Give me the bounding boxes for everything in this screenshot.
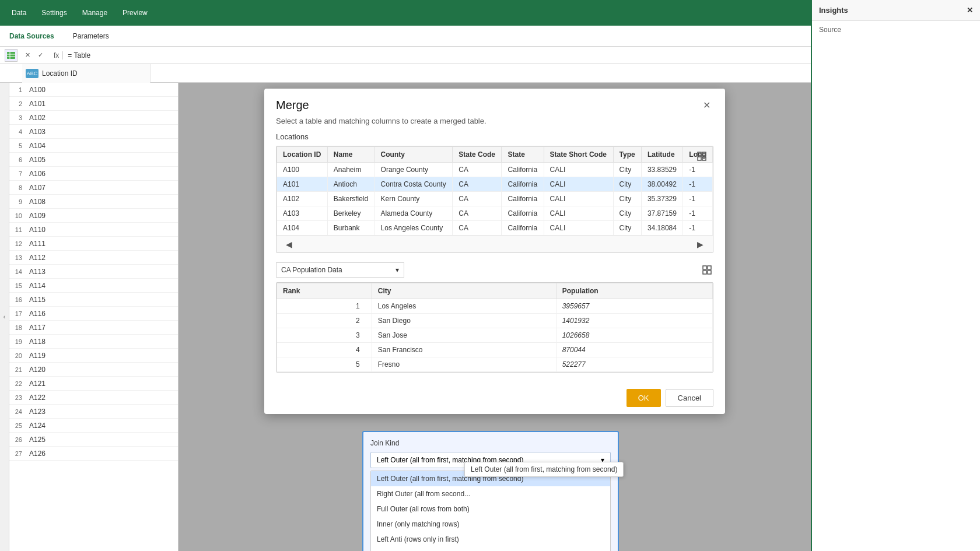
row-number: 14: [9, 268, 27, 275]
cancel-button[interactable]: Cancel: [666, 389, 713, 407]
grid-row[interactable]: 15A114: [9, 279, 178, 293]
table-row[interactable]: A104BurbankLos Angeles CountyCACaliforni…: [277, 221, 713, 236]
row-value: A100: [27, 86, 46, 94]
table1-container: Location ID Name County State Code State…: [276, 146, 713, 253]
grid-row[interactable]: 21A120: [9, 363, 178, 377]
table-row[interactable]: 1Los Angeles3959657: [277, 299, 713, 314]
table1-scroll-right[interactable]: ▶: [692, 238, 708, 250]
data-grid: 1A1002A1013A1024A1035A1046A1057A1068A107…: [9, 83, 178, 551]
row-number: 10: [9, 212, 27, 219]
col-county[interactable]: County: [374, 147, 453, 163]
cell: 1401932: [556, 314, 712, 328]
table-row[interactable]: 5Fresno522277: [277, 357, 713, 372]
table-row[interactable]: A102BakersfieldKern CountyCACaliforniaCA…: [277, 192, 713, 206]
col-type[interactable]: Type: [613, 147, 641, 163]
modal-close-btn[interactable]: ✕: [699, 98, 713, 112]
cell: San Jose: [372, 328, 556, 343]
sub-tab-parameters[interactable]: Parameters: [68, 30, 114, 43]
table1-scroll-left[interactable]: ◀: [281, 238, 297, 250]
join-option-full-outer[interactable]: Full Outer (all rows from both): [371, 501, 610, 517]
grid-row[interactable]: 25A124: [9, 419, 178, 433]
grid-row[interactable]: 7A106: [9, 167, 178, 181]
join-option-left-anti[interactable]: Left Anti (rows only in first): [371, 532, 610, 547]
grid-row[interactable]: 10A109: [9, 209, 178, 223]
table-row[interactable]: A101AntiochContra Costa CountyCACaliforn…: [277, 177, 713, 192]
ribbon-tab-manage[interactable]: Manage: [75, 6, 114, 19]
cell: 3: [277, 328, 372, 343]
grid-row[interactable]: 9A108: [9, 195, 178, 209]
col-population[interactable]: Population: [556, 283, 712, 299]
ribbon-tab-data[interactable]: Data: [5, 6, 33, 19]
join-option-right-outer[interactable]: Right Outer (all from second...: [371, 486, 610, 501]
col-city[interactable]: City: [372, 283, 556, 299]
grid-row[interactable]: 26A125: [9, 433, 178, 447]
table-row[interactable]: A100AnaheimOrange CountyCACaliforniaCALI…: [277, 163, 713, 177]
join-option-right-anti[interactable]: Right Anti (rows only in second): [371, 547, 610, 551]
svg-rect-0: [7, 52, 15, 59]
grid-row[interactable]: 13A112: [9, 251, 178, 265]
col-location-id[interactable]: Location ID: [277, 147, 328, 163]
formula-confirm-btn[interactable]: ✓: [35, 50, 46, 61]
grid-row[interactable]: 22A121: [9, 377, 178, 391]
ok-button[interactable]: OK: [626, 389, 661, 407]
sub-tab-data-sources[interactable]: Data Sources: [5, 30, 59, 43]
grid-row[interactable]: 1A100: [9, 83, 178, 97]
cell: 5: [277, 357, 372, 372]
grid-row[interactable]: 17A116: [9, 307, 178, 321]
svg-rect-8: [703, 266, 706, 269]
table-row[interactable]: A103BerkeleyAlameda CountyCACaliforniaCA…: [277, 206, 713, 221]
row-number: 13: [9, 254, 27, 261]
col-rank[interactable]: Rank: [277, 283, 372, 299]
ribbon-tab-settings[interactable]: Settings: [34, 6, 74, 19]
col-name[interactable]: Name: [327, 147, 374, 163]
table-row[interactable]: 4San Francisco870044: [277, 343, 713, 357]
cell: -1: [683, 221, 713, 236]
grid-row[interactable]: 16A115: [9, 293, 178, 307]
grid-row[interactable]: 19A118: [9, 335, 178, 349]
insights-close-icon[interactable]: ✕: [967, 6, 973, 15]
grid-row[interactable]: 24A123: [9, 405, 178, 419]
cell: -1: [683, 177, 713, 192]
grid-row[interactable]: 5A104: [9, 139, 178, 153]
col-state-code[interactable]: State Code: [453, 147, 502, 163]
join-kind-select[interactable]: Left Outer (all from first, matching fro…: [370, 452, 611, 468]
col-state[interactable]: State: [502, 147, 544, 163]
grid-row[interactable]: 2A101: [9, 97, 178, 111]
grid-row[interactable]: 14A113: [9, 265, 178, 279]
grid-row[interactable]: 23A122: [9, 391, 178, 405]
table1-expand-btn[interactable]: [695, 150, 708, 163]
table2-expand-btn[interactable]: [701, 264, 713, 276]
abc-type-badge: ABC: [26, 69, 38, 78]
grid-row[interactable]: 6A105: [9, 153, 178, 167]
modal-header: Merge ✕: [264, 89, 725, 117]
row-number: 26: [9, 436, 27, 443]
row-number: 2: [9, 100, 27, 107]
cell: City: [613, 192, 641, 206]
cell: 38.00492: [641, 177, 682, 192]
location-id-col-header[interactable]: ABC Location ID: [22, 64, 150, 83]
insights-header: Insights ✕: [812, 0, 980, 21]
col-latitude[interactable]: Latitude: [641, 147, 682, 163]
grid-row[interactable]: 12A111: [9, 237, 178, 251]
formula-cancel-btn[interactable]: ✕: [22, 50, 33, 61]
row-number: 18: [9, 324, 27, 331]
left-collapse-btn[interactable]: ‹: [0, 83, 9, 551]
table-row[interactable]: 3San Jose1026658: [277, 328, 713, 343]
table2-select[interactable]: CA Population Data ▾: [276, 262, 404, 278]
row-number: 7: [9, 170, 27, 177]
col-state-short-code[interactable]: State Short Code: [544, 147, 613, 163]
col-header-label: Location ID: [42, 69, 78, 78]
grid-row[interactable]: 3A102: [9, 111, 178, 125]
join-option-left-outer[interactable]: Left Outer (all from first, matching fro…: [371, 471, 610, 486]
join-option-inner[interactable]: Inner (only matching rows): [371, 517, 610, 532]
grid-row[interactable]: 11A110: [9, 223, 178, 237]
grid-row[interactable]: 27A126: [9, 447, 178, 461]
table-row[interactable]: 2San Diego1401932: [277, 314, 713, 328]
grid-row[interactable]: 18A117: [9, 321, 178, 335]
formula-fx: fx: [50, 51, 63, 59]
grid-row[interactable]: 8A107: [9, 181, 178, 195]
ribbon-tab-preview[interactable]: Preview: [116, 6, 155, 19]
grid-row[interactable]: 20A119: [9, 349, 178, 363]
cell: Berkeley: [327, 206, 374, 221]
grid-row[interactable]: 4A103: [9, 125, 178, 139]
